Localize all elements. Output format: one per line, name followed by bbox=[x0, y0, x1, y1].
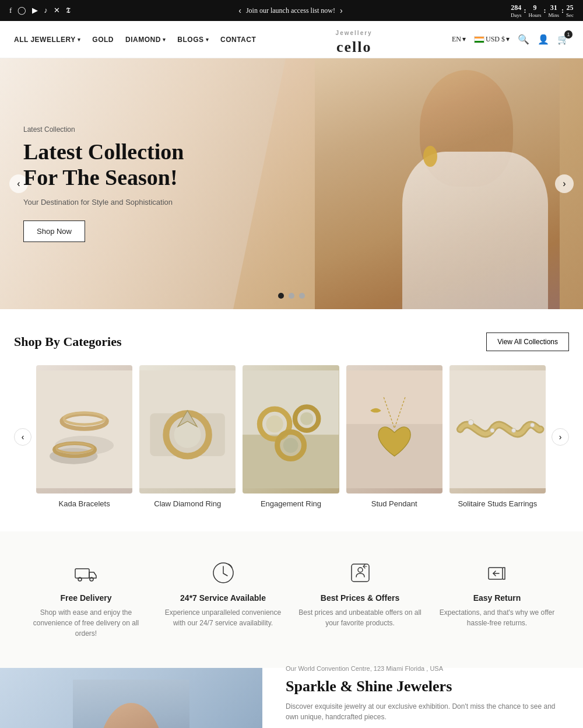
feature-service-desc: Experience unparalleled convenience with… bbox=[160, 607, 286, 628]
nav-all-jewellery-arrow: ▾ bbox=[78, 37, 81, 43]
hero-dots bbox=[278, 293, 305, 299]
feature-return-desc: Expectations, and that's why we offer ha… bbox=[434, 607, 560, 628]
exhibition-location: Our World Convention Centre, 123 Miami F… bbox=[286, 665, 560, 672]
colon-sep-1: : bbox=[524, 6, 526, 15]
secs-counter: 25 Sec bbox=[566, 4, 574, 18]
earring-shape bbox=[423, 146, 437, 167]
category-name-earrings: Solitaire Studs Earrings bbox=[449, 499, 546, 508]
hero-next-arrow[interactable]: › bbox=[555, 174, 574, 193]
category-name-kada: Kada Bracelets bbox=[36, 499, 132, 508]
view-all-collections-button[interactable]: View All Collections bbox=[486, 332, 569, 351]
announcement-center: ‹ Join our launch access list now! › bbox=[71, 6, 511, 15]
categories-next-arrow[interactable]: › bbox=[552, 428, 569, 446]
feature-price-desc: Best prices and unbeatable offers on all… bbox=[297, 607, 423, 628]
pinterest-icon[interactable]: 𝕿 bbox=[66, 6, 71, 15]
svg-point-10 bbox=[174, 421, 201, 448]
svg-point-19 bbox=[283, 438, 298, 453]
category-card-engagement-ring[interactable]: Engagement Ring bbox=[243, 365, 339, 508]
category-name-engagement: Engagement Ring bbox=[243, 499, 339, 508]
category-name-pendant: Stud Pendant bbox=[346, 499, 442, 508]
categories-grid: Kada Bracelets Claw Diamond Ring bbox=[36, 365, 547, 508]
secs-number: 25 bbox=[567, 4, 574, 12]
twitter-icon[interactable]: ✕ bbox=[54, 6, 60, 15]
hero-title: Latest Collection For The Season! bbox=[23, 139, 222, 190]
announcement-bar: f ◯ ▶ ♪ ✕ 𝕿 ‹ Join our launch access lis… bbox=[0, 0, 583, 21]
categories-prev-arrow[interactable]: ‹ bbox=[14, 428, 31, 446]
category-card-claw-ring[interactable]: Claw Diamond Ring bbox=[139, 365, 236, 508]
nav-diamond[interactable]: DIAMOND ▾ bbox=[125, 36, 166, 44]
facebook-icon[interactable]: f bbox=[9, 6, 12, 15]
nav-actions: EN ▾ USD $ ▾ 🔍 👤 🛒 1 bbox=[452, 34, 569, 45]
countdown-timer-top: 284 Days : 9 Hours : 31 Mins : 25 Sec bbox=[511, 4, 574, 18]
nav-all-jewellery-label: ALL JEWELLERY bbox=[14, 36, 76, 44]
exhibition-description: Discover exquisite jewelry at our exclus… bbox=[286, 701, 560, 722]
hero-subtitle: Latest Collection bbox=[23, 125, 222, 134]
colon-sep-2: : bbox=[543, 6, 546, 15]
flag-icon bbox=[474, 36, 484, 43]
svg-point-25 bbox=[468, 419, 473, 425]
nav-contact[interactable]: CONTACT bbox=[220, 36, 256, 44]
nav-diamond-arrow: ▾ bbox=[163, 37, 166, 43]
logo-name: cello bbox=[256, 38, 452, 56]
hero-content: Latest Collection Latest Collection For … bbox=[0, 125, 222, 242]
categories-header: Shop By Categories View All Collections bbox=[14, 332, 569, 351]
category-card-stud-pendant[interactable]: Stud Pendant bbox=[346, 365, 442, 508]
site-logo[interactable]: Jewellery cello bbox=[256, 23, 452, 56]
feature-easy-return: Easy Return Expectations, and that's why… bbox=[434, 561, 560, 639]
feature-return-title: Easy Return bbox=[434, 593, 560, 603]
nav-gold-label: GOLD bbox=[92, 36, 114, 44]
nav-menu: ALL JEWELLERY ▾ GOLD DIAMOND ▾ BLOGS ▾ C… bbox=[14, 36, 256, 44]
currency-selector[interactable]: USD $ ▾ bbox=[474, 35, 510, 44]
hero-dot-3[interactable] bbox=[299, 293, 305, 299]
account-button[interactable]: 👤 bbox=[538, 34, 549, 45]
main-nav: ALL JEWELLERY ▾ GOLD DIAMOND ▾ BLOGS ▾ C… bbox=[0, 21, 583, 58]
svg-point-27 bbox=[511, 428, 515, 432]
mins-label: Mins bbox=[548, 12, 559, 18]
lang-label: EN bbox=[452, 35, 461, 44]
svg-point-17 bbox=[300, 412, 313, 425]
nav-blogs[interactable]: BLOGS ▾ bbox=[177, 36, 209, 44]
language-selector[interactable]: EN ▾ bbox=[452, 35, 466, 44]
youtube-icon[interactable]: ▶ bbox=[32, 6, 38, 15]
tiktok-icon[interactable]: ♪ bbox=[44, 6, 48, 15]
colon-sep-3: : bbox=[561, 6, 564, 15]
hero-section: Latest Collection Latest Collection For … bbox=[0, 58, 583, 309]
feature-best-prices: Best Prices & Offers Best prices and unb… bbox=[297, 561, 423, 639]
svg-point-26 bbox=[490, 428, 494, 432]
days-number: 284 bbox=[511, 4, 521, 12]
currency-label: USD $ bbox=[486, 35, 505, 44]
hero-dot-1[interactable] bbox=[278, 293, 284, 299]
hero-description: Your Destination for Style and Sophistic… bbox=[23, 198, 222, 206]
announcement-prev-arrow[interactable]: ‹ bbox=[238, 6, 241, 15]
feature-service-title: 24*7 Service Available bbox=[160, 593, 286, 603]
category-card-kada-bracelets[interactable]: Kada Bracelets bbox=[36, 365, 132, 508]
nav-gold[interactable]: GOLD bbox=[92, 36, 114, 44]
feature-price-title: Best Prices & Offers bbox=[297, 593, 423, 603]
svg-point-15 bbox=[266, 415, 283, 432]
nav-blogs-label: BLOGS bbox=[177, 36, 203, 44]
model-body-shape bbox=[402, 152, 548, 309]
shop-now-button[interactable]: Shop Now bbox=[23, 220, 85, 242]
category-card-earrings[interactable]: Solitaire Studs Earrings bbox=[449, 365, 546, 508]
nav-contact-label: CONTACT bbox=[220, 36, 256, 44]
category-image-earrings bbox=[449, 365, 546, 494]
features-section: Free Delivery Shop with ease and enjoy t… bbox=[0, 531, 583, 668]
announcement-text: Join our launch access list now! bbox=[246, 6, 335, 15]
exhibition-image bbox=[0, 668, 262, 728]
nav-all-jewellery[interactable]: ALL JEWELLERY ▾ bbox=[14, 36, 80, 44]
search-button[interactable]: 🔍 bbox=[518, 34, 529, 45]
hours-number: 9 bbox=[533, 4, 536, 12]
svg-rect-29 bbox=[75, 569, 89, 578]
svg-point-28 bbox=[530, 423, 534, 427]
instagram-icon[interactable]: ◯ bbox=[17, 6, 26, 15]
feature-delivery-title: Free Delivery bbox=[23, 593, 149, 603]
category-image-pendant bbox=[346, 365, 442, 494]
cart-button[interactable]: 🛒 1 bbox=[557, 34, 569, 45]
cart-count-badge: 1 bbox=[564, 30, 573, 38]
announcement-next-arrow[interactable]: › bbox=[340, 6, 343, 15]
feature-delivery-desc: Shop with ease and enjoy the convenience… bbox=[23, 607, 149, 639]
category-image-engagement bbox=[243, 365, 339, 494]
category-image-kada bbox=[36, 365, 132, 494]
hero-dot-2[interactable] bbox=[289, 293, 294, 299]
hand-background bbox=[73, 680, 189, 728]
